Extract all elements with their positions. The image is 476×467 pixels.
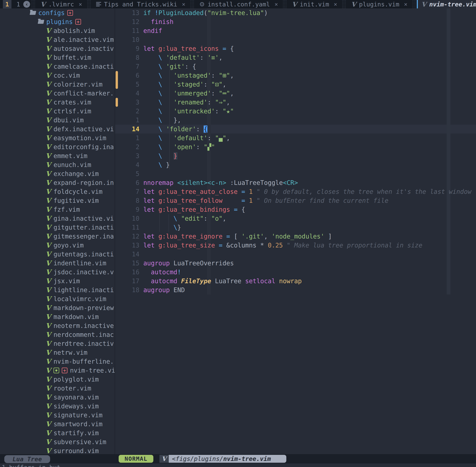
- tree-file-gina-inactive-vi[interactable]: Vgina.inactive.vi: [0, 214, 115, 223]
- tree-file-localvimrc-vim[interactable]: Vlocalvimrc.vim: [0, 295, 115, 303]
- tree-folder-plugins[interactable]: plugins+: [0, 17, 115, 26]
- code-line[interactable]: 10: [115, 35, 476, 44]
- code-line[interactable]: 12let g:lua_tree_ignore = [ '.git', 'nod…: [115, 232, 476, 241]
- tree-file-buffet-vim[interactable]: Vbuffet.vim: [0, 53, 115, 62]
- code-line[interactable]: 6nnoremap <silent><c-n> :LuaTreeToggle<C…: [115, 178, 476, 187]
- code-line[interactable]: 4 \ }: [115, 160, 476, 169]
- line-number: 6: [115, 72, 143, 79]
- tree-file-lightline-inacti[interactable]: Vlightline.inacti: [0, 285, 115, 295]
- tab-nvim-tree-vim[interactable]: Vnvim-tree.vim×: [417, 0, 476, 8]
- tree-file-nerdtree-inactiv[interactable]: Vnerdtree.inactiv: [0, 339, 115, 348]
- tree-folder-configs[interactable]: configs+: [0, 8, 115, 17]
- mode-indicator: NORMAL: [119, 455, 153, 463]
- code-line[interactable]: 10 \ "edit": "o",: [115, 214, 476, 223]
- tree-file-coc-vim[interactable]: Vcoc.vim: [0, 71, 115, 80]
- code-line[interactable]: 9let g:lua_tree_bindings = {: [115, 205, 476, 214]
- tree-file-foldcycle-vim[interactable]: Vfoldcycle.vim: [0, 187, 115, 196]
- tree-file-autosave-inactiv[interactable]: Vautosave.inactiv: [0, 44, 115, 53]
- tree-file-surround-vim[interactable]: Vsurround.vim: [0, 446, 115, 454]
- code-line[interactable]: 18augroup END: [115, 285, 476, 295]
- code-line[interactable]: 9let g:lua_tree_icons = {: [115, 44, 476, 53]
- tree-file-subversive-vim[interactable]: Vsubversive.vim: [0, 438, 115, 446]
- tree-file-eunuch-vim[interactable]: Veunuch.vim: [0, 160, 115, 169]
- tree-file-colorizer-vim[interactable]: Vcolorizer.vim: [0, 80, 115, 89]
- close-icon[interactable]: ×: [334, 1, 337, 8]
- tree-file-gutentags-inacti[interactable]: Vgutentags.inacti: [0, 250, 115, 259]
- tab-init-vim[interactable]: Vinit.vim×: [287, 0, 342, 8]
- code-line[interactable]: 13let g:lua_tree_size = &columns * 0.25 …: [115, 241, 476, 250]
- code-line[interactable]: 3 \ }: [115, 151, 476, 160]
- tree-file-ale-inactive-vim[interactable]: Vale.inactive.vim: [0, 35, 115, 44]
- code-line[interactable]: 5 \ 'staged': "⊡",: [115, 80, 476, 89]
- tree-file-camelcase-inacti[interactable]: Vcamelcase.inacti: [0, 62, 115, 71]
- code-line[interactable]: 2 \ 'untracked': "★": [115, 107, 476, 116]
- tree-file-exchange-vim[interactable]: Vexchange.vim: [0, 169, 115, 178]
- tree-file-goyo-vim[interactable]: Vgoyo.vim: [0, 241, 115, 250]
- tree-file-markdown-vim[interactable]: Vmarkdown.vim: [0, 312, 115, 321]
- line-number: 9: [115, 45, 143, 52]
- close-icon[interactable]: ×: [274, 1, 278, 8]
- tree-file-emmet-vim[interactable]: Vemmet.vim: [0, 151, 115, 160]
- tree-file-crates-vim[interactable]: Vcrates.vim: [0, 98, 115, 107]
- tree-file-neoterm-inactive[interactable]: Vneoterm.inactive: [0, 321, 115, 330]
- code-line[interactable]: 2 \ 'open': "▞": [115, 143, 476, 151]
- tree-file-jsx-vim[interactable]: Vjsx.vim: [0, 277, 115, 285]
- code-line[interactable]: 1 \ },: [115, 116, 476, 125]
- tab-install-conf-yaml[interactable]: ⚙install.conf.yaml×: [195, 0, 283, 8]
- code-line[interactable]: 8let g:lua_tree_follow = 1 " On bufEnter…: [115, 196, 476, 205]
- code-line[interactable]: 3 \ 'renamed': "⇒",: [115, 98, 476, 107]
- tree-file-sayonara-vim[interactable]: Vsayonara.vim: [0, 393, 115, 402]
- tree-file-ctrlsf-vim[interactable]: Vctrlsf.vim: [0, 107, 115, 116]
- code-line[interactable]: 8 \ 'default': '≡',: [115, 53, 476, 62]
- close-icon[interactable]: ×: [182, 1, 185, 8]
- tree-file-sideways-vim[interactable]: Vsideways.vim: [0, 402, 115, 411]
- code-line[interactable]: 7let g:lua_tree_auto_close = 1 " 0 by de…: [115, 187, 476, 196]
- tab-tips-and-tricks-wiki[interactable]: Tips and Tricks.wiki×: [91, 0, 190, 8]
- code-line[interactable]: 13if !PluginLoaded("nvim-tree.lua"): [115, 8, 476, 17]
- vim-file-icon: V: [46, 242, 51, 249]
- tab-label: Tips and Tricks.wiki: [104, 1, 177, 8]
- tree-file-dbui-vim[interactable]: Vdbui.vim: [0, 116, 115, 125]
- tree-file-smartword-vim[interactable]: Vsmartword.vim: [0, 420, 115, 428]
- tree-file-gitgutter-inacti[interactable]: Vgitgutter.inacti: [0, 223, 115, 232]
- code-line[interactable]: 7 \ 'git': {: [115, 62, 476, 71]
- close-icon[interactable]: ×: [79, 1, 82, 8]
- code-line[interactable]: 12 finish: [115, 17, 476, 26]
- code-line[interactable]: 6 \ 'unstaged': "⊞",: [115, 71, 476, 80]
- code-line[interactable]: 5: [115, 169, 476, 178]
- tab--lvimrc[interactable]: V.lvimrc×: [36, 0, 87, 8]
- code-line[interactable]: 14: [115, 250, 476, 259]
- tree-file-easymotion-vim[interactable]: Veasymotion.vim: [0, 134, 115, 143]
- close-icon[interactable]: ×: [404, 1, 407, 8]
- tree-file-signature-vim[interactable]: Vsignature.vim: [0, 411, 115, 420]
- tree-file-expand-region-in[interactable]: Vexpand-region.in: [0, 178, 115, 187]
- tree-file-jsdoc-inactive-v[interactable]: Vjsdoc.inactive.v: [0, 268, 115, 277]
- code-line-current[interactable]: 14 \ 'folder': {: [115, 125, 476, 134]
- tree-file-polyglot-vim[interactable]: Vpolyglot.vim: [0, 375, 115, 384]
- code-line[interactable]: 16 autocmd!: [115, 268, 476, 277]
- tree-file-netrw-vim[interactable]: Vnetrw.vim: [0, 348, 115, 357]
- tree-file-markdown-preview[interactable]: Vmarkdown-preview: [0, 303, 115, 312]
- tab-plugins-vim[interactable]: Vplugins.vim×: [346, 0, 412, 8]
- tree-file-defx-inactive-vi[interactable]: Vdefx.inactive.vi: [0, 125, 115, 134]
- tree-file-nerdcomment-inac[interactable]: Vnerdcomment.inac: [0, 330, 115, 339]
- tree-file-startify-vim[interactable]: Vstartify.vim: [0, 428, 115, 438]
- code-line[interactable]: 15augroup LuaTreeOverrides: [115, 259, 476, 268]
- code-line[interactable]: 11endif: [115, 26, 476, 35]
- tree-file-fzf-vim[interactable]: Vfzf.vim: [0, 205, 115, 214]
- tree-file-nvim-tree-vi[interactable]: V+nvim-tree.vi: [0, 366, 115, 375]
- code-line[interactable]: 11 \}: [115, 223, 476, 232]
- tree-file-rooter-vim[interactable]: Vrooter.vim: [0, 384, 115, 393]
- tree-file-gitmessenger-ina[interactable]: Vgitmessenger.ina: [0, 232, 115, 241]
- code-line[interactable]: 4 \ 'unmerged': "═",: [115, 89, 476, 98]
- editor-window[interactable]: 13if !PluginLoaded("nvim-tree.lua")12 fi…: [115, 8, 476, 454]
- back-circle-icon[interactable]: ‹: [23, 1, 30, 8]
- tree-file-indentline-vim[interactable]: Vindentline.vim: [0, 259, 115, 268]
- tree-file-fugitive-vim[interactable]: Vfugitive.vim: [0, 196, 115, 205]
- code-line[interactable]: 17 autocmd FileType LuaTree setlocal now…: [115, 277, 476, 285]
- code-line[interactable]: 1 \ 'default': "▄",: [115, 134, 476, 143]
- tree-file-abolish-vim[interactable]: Vabolish.vim: [0, 26, 115, 35]
- tree-file-nvim-bufferline-[interactable]: Vnvim-bufferline.: [0, 357, 115, 366]
- tree-file-editorconfig-ina[interactable]: Veditorconfig.ina: [0, 143, 115, 151]
- tree-file-conflict-marker-[interactable]: Vconflict-marker.: [0, 89, 115, 98]
